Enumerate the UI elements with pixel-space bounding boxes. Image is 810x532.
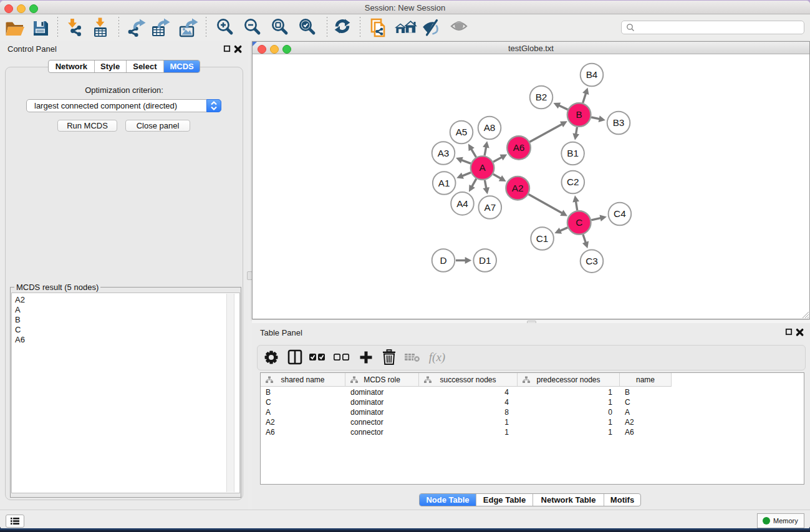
svg-text:A5: A5 (456, 127, 468, 137)
svg-text:f(x): f(x) (429, 351, 445, 364)
svg-text:A8: A8 (484, 122, 496, 133)
svg-text:A6: A6 (513, 142, 525, 153)
svg-text:C4: C4 (614, 208, 626, 219)
svg-text:B4: B4 (586, 69, 598, 80)
svg-text:D1: D1 (479, 255, 491, 266)
svg-text:B2: B2 (536, 92, 547, 102)
svg-text:B3: B3 (613, 117, 625, 128)
svg-text:C1: C1 (536, 233, 549, 244)
svg-text:C3: C3 (586, 256, 598, 266)
svg-text:A3: A3 (438, 148, 450, 158)
svg-text:C2: C2 (567, 177, 579, 187)
svg-text:D: D (440, 255, 446, 266)
svg-text:A: A (479, 162, 486, 173)
svg-text:A2: A2 (512, 183, 524, 193)
svg-text:A1: A1 (438, 178, 450, 188)
svg-text:A4: A4 (456, 198, 468, 209)
svg-text:B: B (576, 109, 582, 120)
svg-text:A7: A7 (484, 202, 496, 213)
svg-text:C: C (576, 217, 582, 228)
svg-text:B1: B1 (567, 148, 579, 158)
